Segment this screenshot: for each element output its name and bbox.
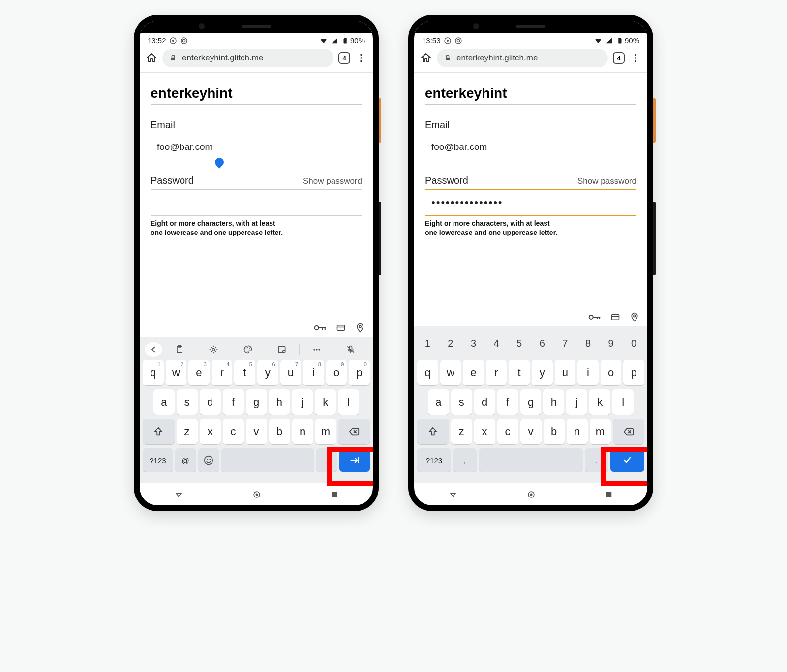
- key-a[interactable]: a: [153, 389, 175, 415]
- key-t[interactable]: t: [509, 360, 530, 385]
- key-u[interactable]: u7: [280, 360, 302, 385]
- key-n[interactable]: n: [567, 419, 588, 444]
- key-a[interactable]: a: [428, 389, 449, 415]
- tab-switcher[interactable]: 4: [338, 52, 350, 64]
- emoji-key[interactable]: [198, 448, 219, 472]
- key-7[interactable]: 7: [555, 330, 576, 356]
- key-0[interactable]: 0: [623, 330, 644, 356]
- home-icon[interactable]: [420, 52, 432, 64]
- key-x[interactable]: x: [474, 419, 495, 444]
- mic-off-icon[interactable]: [334, 345, 368, 354]
- key-z[interactable]: z: [451, 419, 472, 444]
- period-key[interactable]: .: [585, 448, 608, 472]
- key-r[interactable]: r4: [212, 360, 233, 385]
- address-bar[interactable]: enterkeyhint.glitch.me: [437, 49, 608, 67]
- key-s[interactable]: s: [177, 389, 198, 415]
- period-key[interactable]: .: [316, 448, 337, 472]
- backspace-key[interactable]: [338, 419, 370, 444]
- address-bar[interactable]: enterkeyhint.glitch.me: [162, 49, 333, 67]
- key-2[interactable]: 2: [440, 330, 461, 356]
- key-g[interactable]: g: [520, 389, 542, 415]
- backspace-key[interactable]: [613, 419, 645, 444]
- home-icon[interactable]: [146, 52, 157, 64]
- key-b[interactable]: b: [544, 419, 565, 444]
- password-field[interactable]: [151, 189, 362, 216]
- key-8[interactable]: 8: [577, 330, 599, 356]
- key-z[interactable]: z: [177, 419, 198, 444]
- nav-back-icon[interactable]: [448, 490, 458, 499]
- key-c[interactable]: c: [223, 419, 244, 444]
- key-e[interactable]: e3: [188, 360, 210, 385]
- shift-key[interactable]: [417, 419, 449, 444]
- key-n[interactable]: n: [292, 419, 313, 444]
- nav-recent-icon[interactable]: [605, 490, 613, 499]
- symbols-key[interactable]: ?123: [417, 448, 451, 472]
- menu-kebab-icon[interactable]: [355, 52, 367, 64]
- key-q[interactable]: q1: [143, 360, 164, 385]
- more-dots-icon[interactable]: [300, 345, 334, 354]
- key-l[interactable]: l: [612, 389, 634, 415]
- key-5[interactable]: 5: [509, 330, 530, 356]
- key-o[interactable]: o: [601, 360, 622, 385]
- space-key[interactable]: [221, 448, 314, 472]
- key-9[interactable]: 9: [601, 330, 622, 356]
- space-key[interactable]: [479, 448, 583, 472]
- key-3[interactable]: 3: [463, 330, 484, 356]
- key-icon[interactable]: [314, 324, 327, 332]
- card-icon[interactable]: [335, 323, 346, 332]
- key-j[interactable]: j: [292, 389, 313, 415]
- show-password-toggle[interactable]: Show password: [303, 176, 362, 186]
- key-icon[interactable]: [588, 313, 601, 321]
- key-m[interactable]: m: [315, 419, 336, 444]
- key-h[interactable]: h: [543, 389, 564, 415]
- alt1-key[interactable]: ,: [453, 448, 477, 472]
- key-k[interactable]: k: [315, 389, 336, 415]
- key-k[interactable]: k: [589, 389, 610, 415]
- show-password-toggle[interactable]: Show password: [577, 176, 636, 186]
- key-6[interactable]: 6: [532, 330, 553, 356]
- key-h[interactable]: h: [269, 389, 290, 415]
- key-d[interactable]: d: [474, 389, 495, 415]
- clipboard-icon[interactable]: [162, 345, 197, 354]
- email-field[interactable]: foo@bar.com: [151, 134, 362, 160]
- enter-key[interactable]: [339, 448, 370, 472]
- key-w[interactable]: w: [440, 360, 461, 385]
- key-d[interactable]: d: [200, 389, 221, 415]
- nav-back-icon[interactable]: [174, 490, 183, 499]
- key-i[interactable]: i8: [303, 360, 324, 385]
- enter-key[interactable]: [610, 448, 644, 472]
- key-b[interactable]: b: [269, 419, 290, 444]
- key-c[interactable]: c: [497, 419, 518, 444]
- key-i[interactable]: i: [577, 360, 599, 385]
- key-v[interactable]: v: [520, 419, 542, 444]
- menu-kebab-icon[interactable]: [630, 52, 641, 64]
- key-4[interactable]: 4: [486, 330, 507, 356]
- keyboard-collapse-icon[interactable]: [145, 342, 162, 357]
- symbols-key[interactable]: ?123: [143, 448, 173, 472]
- key-q[interactable]: q: [417, 360, 438, 385]
- theme-palette-icon[interactable]: [231, 345, 265, 354]
- sticker-icon[interactable]: [265, 345, 300, 354]
- alt1-key[interactable]: @: [175, 448, 196, 472]
- key-y[interactable]: y6: [257, 360, 278, 385]
- location-pin-icon[interactable]: [630, 312, 639, 322]
- key-p[interactable]: p0: [349, 360, 370, 385]
- key-x[interactable]: x: [200, 419, 221, 444]
- card-icon[interactable]: [610, 313, 621, 321]
- key-g[interactable]: g: [246, 389, 267, 415]
- shift-key[interactable]: [143, 419, 175, 444]
- key-j[interactable]: j: [566, 389, 587, 415]
- settings-gear-icon[interactable]: [197, 345, 231, 354]
- key-p[interactable]: p: [623, 360, 644, 385]
- tab-switcher[interactable]: 4: [613, 52, 625, 64]
- key-r[interactable]: r: [486, 360, 507, 385]
- key-v[interactable]: v: [246, 419, 267, 444]
- key-u[interactable]: u: [555, 360, 576, 385]
- key-e[interactable]: e: [463, 360, 484, 385]
- location-pin-icon[interactable]: [355, 323, 365, 333]
- password-field[interactable]: •••••••••••••••: [425, 189, 636, 216]
- key-1[interactable]: 1: [417, 330, 438, 356]
- key-y[interactable]: y: [532, 360, 553, 385]
- key-o[interactable]: o9: [326, 360, 347, 385]
- nav-recent-icon[interactable]: [330, 490, 339, 499]
